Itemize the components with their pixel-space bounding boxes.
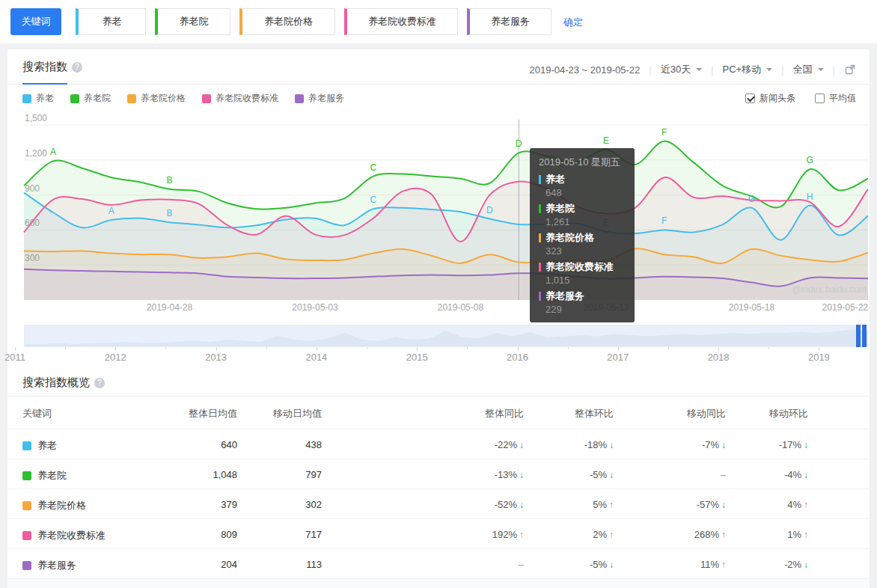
keyword-tag[interactable]: 养老服务 (467, 8, 551, 35)
keyword-label-button[interactable]: 关键词 (10, 8, 61, 35)
year-label: 2018 (708, 352, 730, 363)
overview-section-title: 搜索指数概览? (22, 376, 105, 390)
svg-text:E: E (603, 135, 609, 146)
table-row[interactable]: 养老服务204113–-5%↓11%↑-2%↓ (7, 548, 870, 578)
up-arrow-icon: ↑ (804, 500, 808, 510)
svg-text:H: H (807, 192, 813, 202)
percent-cell: -22%↓ (495, 439, 524, 450)
toggle-label: 新闻头条 (760, 92, 795, 105)
legend-item[interactable]: 养老 (22, 92, 54, 105)
svg-text:F: F (661, 215, 667, 226)
toggle-checked[interactable]: 新闻头条 (745, 92, 795, 105)
percent-cell: -18%↓ (584, 439, 614, 450)
column-header: 整体环比 (575, 407, 614, 420)
chevron-down-icon (696, 68, 702, 74)
keyword-cell[interactable]: 养老院收费标准 (22, 529, 106, 542)
legend-item[interactable]: 养老院收费标准 (202, 92, 278, 105)
overview-divider (7, 396, 870, 396)
keyword-tag[interactable]: 养老院价格 (239, 8, 335, 35)
separator: | (711, 64, 713, 76)
slider-tick (518, 347, 519, 351)
chevron-down-icon (818, 68, 824, 74)
confirm-link[interactable]: 确定 (563, 16, 583, 29)
value-cell: 438 (305, 439, 322, 450)
keyword-cell[interactable]: 养老服务 (22, 559, 76, 572)
column-header: 移动同比 (687, 407, 726, 420)
separator: | (781, 64, 783, 76)
tooltip-color-bar (539, 263, 541, 272)
year-label: 2012 (105, 352, 126, 363)
chart-controls: 2019-04-23 ~ 2019-05-22 | 近30天 | PC+移动 |… (530, 63, 857, 76)
filter-label: 全国 (793, 63, 813, 76)
value-cell: 204 (221, 559, 237, 570)
toggle-unchecked[interactable]: 平均值 (815, 92, 856, 105)
keyword-cell[interactable]: 养老院价格 (22, 499, 86, 512)
help-icon[interactable]: ? (72, 62, 82, 73)
up-arrow-icon: ↑ (721, 530, 726, 540)
legend-swatch (70, 94, 79, 103)
keyword-swatch (22, 441, 31, 450)
tooltip-series-value: 323 (546, 245, 626, 257)
column-header: 关键词 (22, 407, 52, 420)
year-label: 2015 (406, 352, 428, 363)
table-row[interactable]: 养老院1,048797-13%↓-5%↓–-4%↓ (7, 459, 870, 489)
toggle-label: 平均值 (829, 92, 856, 105)
slider-unselected-overlay (25, 325, 856, 346)
value-cell: 717 (305, 529, 322, 540)
percent-cell: 2%↑ (593, 529, 614, 540)
percent-cell: – (519, 559, 524, 570)
tab-search-index[interactable]: 搜索指数? (22, 60, 82, 74)
keyword-tag[interactable]: 养老院 (155, 8, 230, 35)
svg-text:B: B (166, 208, 172, 218)
keyword-name: 养老院收费标准 (37, 529, 106, 542)
tooltip-series-name: 养老 (539, 173, 626, 186)
filter-time-range[interactable]: 近30天 (661, 63, 702, 76)
up-arrow-icon: ↑ (721, 560, 726, 570)
table-row[interactable]: 养老640438-22%↓-18%↓-7%↓-17%↓ (7, 429, 870, 459)
legend-item[interactable]: 养老院价格 (127, 92, 186, 105)
up-arrow-icon: ↑ (609, 530, 614, 540)
tooltip-series-value: 1,261 (546, 216, 626, 227)
slider-handle-left[interactable] (856, 325, 861, 347)
table-row[interactable]: 养老院收费标准809717192%↑2%↑268%↑1%↑ (7, 518, 870, 548)
checkbox-icon[interactable] (815, 94, 825, 103)
tooltip-series-value: 1,015 (546, 275, 626, 286)
checkbox-icon[interactable] (745, 94, 755, 103)
keyword-name: 养老服务 (37, 559, 76, 572)
keyword-cell[interactable]: 养老院 (22, 469, 67, 483)
percent-cell: -52%↓ (495, 499, 524, 510)
active-tab-indicator (22, 83, 67, 85)
slider-handle-right[interactable] (862, 325, 867, 347)
filter-region[interactable]: 全国 (793, 63, 824, 76)
filter-device[interactable]: PC+移动 (723, 63, 773, 76)
year-label: 2014 (305, 352, 327, 363)
table-row[interactable]: 养老院价格379302-52%↓5%↑-57%↓4%↑ (7, 489, 870, 518)
keyword-swatch (22, 501, 31, 510)
overview-table-footer (7, 578, 870, 588)
down-arrow-icon: ↓ (519, 500, 524, 510)
legend-item[interactable]: 养老院 (70, 92, 111, 105)
legend-item[interactable]: 养老服务 (295, 92, 344, 105)
down-arrow-icon: ↓ (519, 440, 524, 450)
keyword-tag[interactable]: 养老院收费标准 (344, 8, 458, 35)
open-external-icon[interactable] (844, 64, 856, 76)
slider-tick (15, 347, 16, 351)
search-index-chart[interactable]: 3006009001,2001,500ABCDEFGABCDEFGH2019-0… (7, 111, 870, 328)
svg-text:@index.baidu.com: @index.baidu.com (792, 284, 867, 295)
column-header: 移动环比 (769, 407, 808, 420)
svg-text:G: G (807, 155, 813, 165)
down-arrow-icon: ↓ (609, 470, 614, 480)
down-arrow-icon: ↓ (721, 500, 726, 510)
percent-cell: -7%↓ (702, 439, 726, 450)
keyword-cell[interactable]: 养老 (22, 439, 57, 453)
up-arrow-icon: ↑ (804, 530, 808, 540)
svg-text:1,500: 1,500 (25, 113, 47, 123)
percent-cell: -2%↓ (784, 559, 808, 570)
tooltip-series-name: 养老院 (539, 202, 626, 215)
time-range-slider[interactable] (24, 325, 868, 347)
down-arrow-icon: ↓ (609, 560, 614, 570)
tooltip-series-name: 养老院价格 (539, 231, 626, 245)
svg-text:2019-05-22: 2019-05-22 (822, 302, 869, 313)
help-icon[interactable]: ? (94, 378, 105, 388)
keyword-tag[interactable]: 养老 (76, 8, 146, 35)
